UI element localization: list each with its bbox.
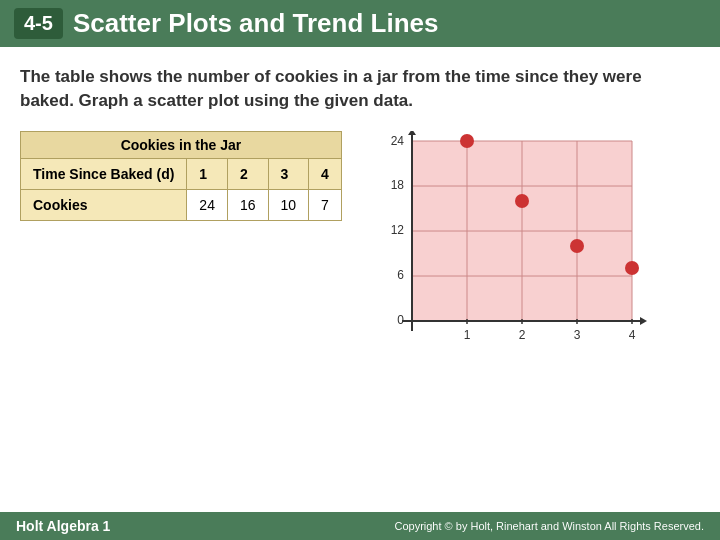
table-cell: 1 (187, 158, 228, 189)
svg-text:12: 12 (391, 223, 405, 237)
table-row: Time Since Baked (d) 1 2 3 4 (21, 158, 342, 189)
header-title: Scatter Plots and Trend Lines (73, 8, 439, 39)
svg-text:24: 24 (391, 134, 405, 148)
table-cell: 3 (268, 158, 309, 189)
description-text: The table shows the number of cookies in… (20, 65, 700, 113)
footer-right-text: Copyright © by Holt, Rinehart and Winsto… (394, 520, 704, 532)
data-point-3 (570, 239, 584, 253)
scatter-plot: 0 6 12 18 24 1 2 3 4 (372, 131, 700, 361)
table-cell: 16 (227, 189, 268, 220)
table-cell: 4 (309, 158, 342, 189)
svg-text:2: 2 (519, 328, 526, 342)
data-point-4 (625, 261, 639, 275)
footer: Holt Algebra 1 Copyright © by Holt, Rine… (0, 512, 720, 540)
data-point-1 (460, 134, 474, 148)
svg-text:3: 3 (574, 328, 581, 342)
row2-header: Cookies (21, 189, 187, 220)
svg-text:0: 0 (397, 313, 404, 327)
svg-text:18: 18 (391, 178, 405, 192)
content-area: Cookies in the Jar Time Since Baked (d) … (20, 131, 700, 361)
footer-left-text: Holt Algebra 1 (16, 518, 110, 534)
table-caption: Cookies in the Jar (20, 131, 342, 158)
data-table: Cookies in the Jar Time Since Baked (d) … (20, 131, 342, 221)
svg-text:1: 1 (464, 328, 471, 342)
header: 4-5 Scatter Plots and Trend Lines (0, 0, 720, 47)
header-badge: 4-5 (14, 8, 63, 39)
table-cell: 24 (187, 189, 228, 220)
table-cell: 2 (227, 158, 268, 189)
main-content: The table shows the number of cookies in… (0, 47, 720, 371)
row1-header: Time Since Baked (d) (21, 158, 187, 189)
svg-marker-12 (640, 317, 647, 325)
scatter-svg: 0 6 12 18 24 1 2 3 4 (372, 131, 652, 361)
svg-text:6: 6 (397, 268, 404, 282)
table-cell: 7 (309, 189, 342, 220)
svg-marker-14 (408, 131, 416, 135)
table-cell: 10 (268, 189, 309, 220)
data-point-2 (515, 194, 529, 208)
table-row: Cookies 24 16 10 7 (21, 189, 342, 220)
svg-text:4: 4 (629, 328, 636, 342)
